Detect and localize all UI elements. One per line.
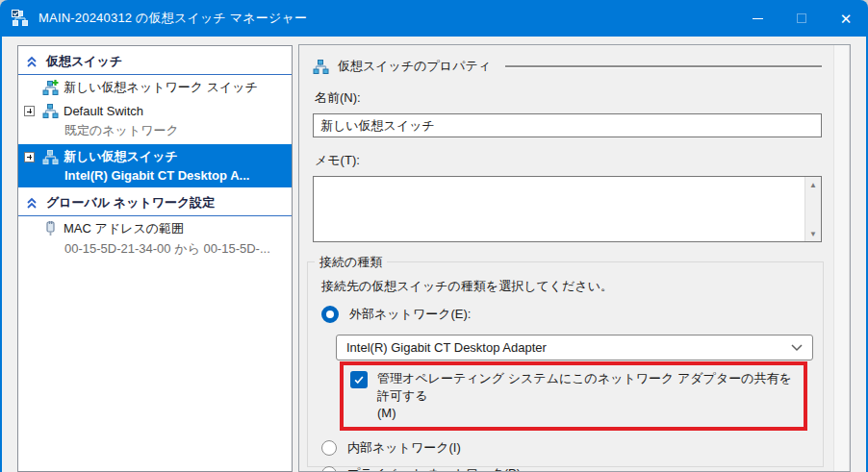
- dialog-body: 仮想スイッチ 新しい仮想ネットワーク スイッチ: [2, 37, 866, 472]
- private-network-option[interactable]: プライベート ネットワーク(P): [321, 465, 813, 471]
- minimize-icon: [753, 18, 763, 19]
- internal-network-label: 内部ネットワーク(I): [347, 439, 461, 457]
- tree-item-sublabel: 00-15-5D-21-34-00 から 00-15-5D-...: [18, 240, 292, 262]
- tree-item-default-switch[interactable]: Default Switch: [18, 99, 292, 122]
- tree-item-new-virtual-network-switch[interactable]: 新しい仮想ネットワーク スイッチ: [18, 75, 292, 99]
- scroll-up-button[interactable]: ▲: [805, 177, 821, 192]
- checkbox-checked-icon[interactable]: [350, 371, 368, 388]
- titlebar[interactable]: MAIN-20240312 の仮想スイッチ マネージャー ✕: [0, 0, 868, 37]
- switch-icon: [42, 103, 59, 119]
- private-network-label: プライベート ネットワーク(P): [347, 465, 521, 471]
- virtual-switch-manager-window: MAIN-20240312 の仮想スイッチ マネージャー ✕ 仮想スイッチ: [0, 0, 868, 472]
- switch-icon: [313, 59, 329, 75]
- adapter-dropdown[interactable]: Intel(R) Gigabit CT Desktop Adapter: [336, 335, 813, 360]
- expand-plus-icon[interactable]: [24, 152, 35, 162]
- memo-label: メモ(T):: [315, 152, 822, 169]
- window-title: MAIN-20240312 の仮想スイッチ マネージャー: [38, 10, 307, 27]
- chevron-down-icon: [791, 344, 803, 352]
- radio-selected-icon[interactable]: [321, 306, 339, 323]
- share-label-mnemonic: (M): [377, 405, 796, 422]
- tree-item-label: Default Switch: [64, 104, 143, 118]
- tree-item-mac-address-range[interactable]: MAC アドレスの範囲: [18, 216, 292, 240]
- connection-instruction: 接続先の仮想スイッチの種類を選択してください。: [321, 278, 813, 295]
- radio-unselected-icon[interactable]: [321, 466, 337, 471]
- close-button[interactable]: ✕: [824, 0, 868, 37]
- external-network-label: 外部ネットワーク(E):: [349, 306, 471, 323]
- new-switch-icon: [42, 80, 59, 96]
- tree-item-label: 新しい仮想スイッチ: [64, 148, 178, 165]
- connection-type-groupbox: 接続の種類 接続先の仮想スイッチの種類を選択してください。 外部ネットワーク(E…: [307, 261, 824, 467]
- section-header-virtual-switches[interactable]: 仮想スイッチ: [18, 46, 292, 75]
- share-label-text: 管理オペレーティング システムにこのネットワーク アダプターの共有を許可する: [377, 371, 792, 403]
- internal-network-option[interactable]: 内部ネットワーク(I): [321, 439, 813, 457]
- expand-plus-icon[interactable]: [24, 106, 35, 116]
- tree-item-sublabel: Intel(R) Gigabit CT Desktop A...: [18, 168, 292, 187]
- maximize-button: [779, 0, 824, 37]
- groupbox-title: 接続の種類: [315, 254, 387, 271]
- tree-item-new-virtual-switch-selected[interactable]: 新しい仮想スイッチ Intel(R) Gigabit CT Desktop A.…: [18, 144, 292, 187]
- tree-item-label: MAC アドレスの範囲: [64, 220, 184, 237]
- collapse-chevrons-icon: [26, 197, 38, 210]
- share-adapter-option[interactable]: 管理オペレーティング システムにこのネットワーク アダプターの共有を許可する (…: [350, 370, 796, 423]
- close-icon: ✕: [840, 12, 853, 26]
- scroll-down-button[interactable]: ▼: [805, 226, 821, 241]
- share-adapter-label: 管理オペレーティング システムにこのネットワーク アダプターの共有を許可する (…: [377, 370, 796, 423]
- app-icon: [12, 10, 29, 27]
- tree-item-label: 新しい仮想ネットワーク スイッチ: [64, 79, 258, 96]
- section-title: 仮想スイッチ: [46, 53, 122, 70]
- switch-icon: [42, 149, 59, 165]
- collapse-chevrons-icon: [26, 56, 38, 68]
- properties-header-label: 仮想スイッチのプロパティ: [338, 58, 491, 75]
- highlight-annotation: 管理オペレーティング システムにこのネットワーク アダプターの共有を許可する (…: [340, 361, 807, 431]
- name-label: 名前(N):: [315, 89, 822, 107]
- mac-address-icon: [42, 221, 59, 237]
- tree-item-sublabel: 既定のネットワーク: [18, 122, 292, 144]
- switch-name-input[interactable]: [313, 113, 822, 137]
- memo-field: ▲ ▼: [313, 176, 822, 242]
- memo-scrollbar[interactable]: ▲ ▼: [804, 177, 821, 241]
- switch-tree-sidebar: 仮想スイッチ 新しい仮想ネットワーク スイッチ: [17, 45, 293, 472]
- adapter-selected-value: Intel(R) Gigabit CT Desktop Adapter: [346, 340, 547, 355]
- external-network-option[interactable]: 外部ネットワーク(E):: [321, 306, 813, 323]
- panel-scrollbar[interactable]: [833, 45, 850, 471]
- radio-unselected-icon[interactable]: [321, 440, 337, 456]
- minimize-button[interactable]: [735, 0, 779, 37]
- section-header-global-network-settings[interactable]: グローバル ネットワーク設定: [18, 187, 292, 216]
- section-title: グローバル ネットワーク設定: [46, 194, 215, 211]
- properties-header: 仮想スイッチのプロパティ: [313, 58, 822, 75]
- maximize-icon: [797, 13, 806, 23]
- properties-panel: 仮想スイッチのプロパティ 名前(N): メモ(T): ▲ ▼ 接続の種類 接続先…: [298, 44, 851, 472]
- header-divider: [505, 65, 822, 67]
- memo-textarea[interactable]: [314, 177, 804, 241]
